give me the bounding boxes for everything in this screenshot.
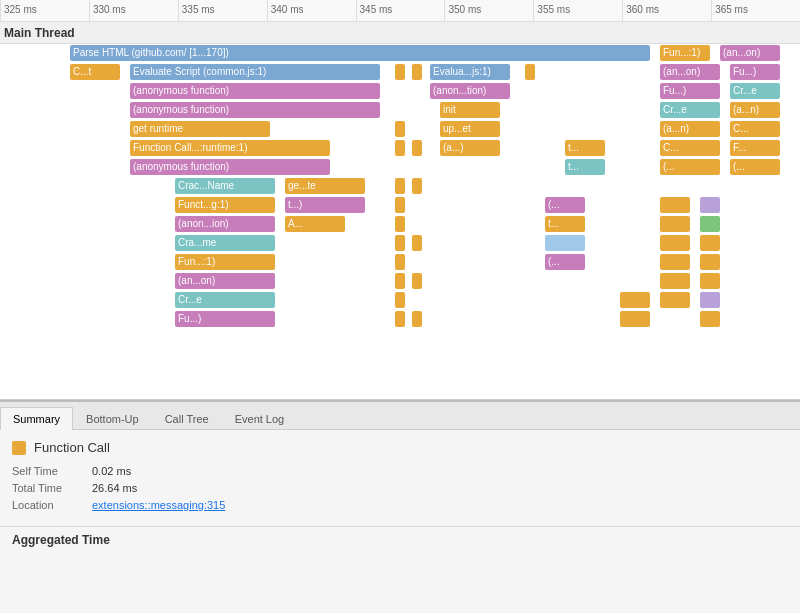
flame-block[interactable] bbox=[700, 273, 720, 289]
flame-block[interactable] bbox=[545, 235, 585, 251]
flame-block[interactable]: Cr...e bbox=[175, 292, 275, 308]
flame-block[interactable]: Fu...) bbox=[175, 311, 275, 327]
flame-block[interactable]: Cr...e bbox=[730, 83, 780, 99]
flame-block[interactable] bbox=[395, 64, 405, 80]
flame-block[interactable]: (... bbox=[660, 159, 720, 175]
flame-row: Cr...e bbox=[0, 291, 800, 309]
flame-block[interactable]: A... bbox=[285, 216, 345, 232]
flame-block[interactable]: (anon...ion) bbox=[175, 216, 275, 232]
location-link[interactable]: extensions::messaging:315 bbox=[92, 499, 225, 511]
flame-block[interactable]: Fu...) bbox=[660, 83, 720, 99]
flame-block[interactable] bbox=[395, 178, 405, 194]
flame-block[interactable] bbox=[700, 311, 720, 327]
flame-block[interactable]: (anonymous function) bbox=[130, 159, 330, 175]
flame-block[interactable] bbox=[660, 197, 690, 213]
flame-block[interactable] bbox=[700, 292, 720, 308]
flame-block[interactable]: Funct...g:1) bbox=[175, 197, 275, 213]
tab-summary[interactable]: Summary bbox=[0, 407, 73, 430]
flame-block[interactable] bbox=[395, 292, 405, 308]
time-tick: 330 ms bbox=[89, 0, 178, 21]
flame-block[interactable]: (anon...tion) bbox=[430, 83, 510, 99]
flame-block[interactable]: t... bbox=[545, 216, 585, 232]
flame-block[interactable]: (anonymous function) bbox=[130, 102, 380, 118]
flame-block[interactable]: (an...on) bbox=[720, 45, 780, 61]
flame-block[interactable] bbox=[660, 273, 690, 289]
flame-block[interactable] bbox=[395, 254, 405, 270]
flame-block[interactable] bbox=[700, 235, 720, 251]
flame-block[interactable] bbox=[395, 235, 405, 251]
flame-block[interactable] bbox=[395, 197, 405, 213]
flame-block[interactable]: up...et bbox=[440, 121, 500, 137]
flame-block[interactable] bbox=[412, 178, 422, 194]
flame-block[interactable] bbox=[395, 121, 405, 137]
flame-chart[interactable]: Parse HTML (github.com/ [1...170])Fun...… bbox=[0, 44, 800, 399]
flame-block[interactable]: Crac...Name bbox=[175, 178, 275, 194]
flame-block[interactable] bbox=[395, 273, 405, 289]
flame-block[interactable] bbox=[412, 140, 422, 156]
flame-block[interactable] bbox=[412, 311, 422, 327]
flame-block[interactable] bbox=[525, 64, 535, 80]
flame-block[interactable]: (a...) bbox=[440, 140, 500, 156]
tab-call-tree[interactable]: Call Tree bbox=[152, 407, 222, 430]
aggregated-time-label: Aggregated Time bbox=[0, 526, 800, 553]
flame-block[interactable]: (a...n) bbox=[730, 102, 780, 118]
flame-block[interactable] bbox=[660, 216, 690, 232]
flame-block[interactable] bbox=[412, 273, 422, 289]
flame-row: Fun...:1)(... bbox=[0, 253, 800, 271]
flame-block[interactable]: Fun...:1) bbox=[660, 45, 710, 61]
tab-bottom-up[interactable]: Bottom-Up bbox=[73, 407, 152, 430]
flame-block[interactable]: ge...te bbox=[285, 178, 365, 194]
time-tick: 340 ms bbox=[267, 0, 356, 21]
flame-block[interactable] bbox=[700, 254, 720, 270]
flame-block[interactable] bbox=[395, 216, 405, 232]
flame-block[interactable]: init bbox=[440, 102, 500, 118]
flame-block[interactable]: t... bbox=[565, 140, 605, 156]
flame-block[interactable]: (... bbox=[545, 254, 585, 270]
tab-event-log[interactable]: Event Log bbox=[222, 407, 298, 430]
flame-block[interactable]: (a...n) bbox=[660, 121, 720, 137]
flame-block[interactable]: Fun...:1) bbox=[175, 254, 275, 270]
timeline-container: 325 ms330 ms335 ms340 ms345 ms350 ms355 … bbox=[0, 0, 800, 400]
flame-block[interactable] bbox=[620, 311, 650, 327]
flame-row: (anonymous function)t...(...(... bbox=[0, 158, 800, 176]
flame-block[interactable]: C...t bbox=[70, 64, 120, 80]
flame-block[interactable] bbox=[395, 311, 405, 327]
summary-title-row: Function Call bbox=[12, 440, 788, 455]
flame-block[interactable] bbox=[660, 235, 690, 251]
flame-block[interactable]: C... bbox=[660, 140, 720, 156]
flame-block[interactable]: get runtime bbox=[130, 121, 270, 137]
flame-block[interactable] bbox=[660, 292, 690, 308]
flame-block[interactable]: Fu...) bbox=[730, 64, 780, 80]
flame-block[interactable]: t...) bbox=[285, 197, 365, 213]
flame-block[interactable]: Evaluate Script (common.js:1) bbox=[130, 64, 380, 80]
flame-block[interactable]: C... bbox=[730, 121, 780, 137]
total-time-label: Total Time bbox=[12, 482, 92, 494]
flame-row: C...tEvaluate Script (common.js:1)Evalua… bbox=[0, 63, 800, 81]
main-thread-label: Main Thread bbox=[0, 22, 800, 44]
flame-block[interactable]: Parse HTML (github.com/ [1...170]) bbox=[70, 45, 650, 61]
flame-row: Crac...Namege...te bbox=[0, 177, 800, 195]
flame-block[interactable] bbox=[700, 197, 720, 213]
flame-block[interactable]: (an...on) bbox=[175, 273, 275, 289]
flame-block[interactable]: F... bbox=[730, 140, 780, 156]
summary-content: Function Call Self Time 0.02 ms Total Ti… bbox=[0, 430, 800, 526]
flame-block[interactable]: Evalua...js:1) bbox=[430, 64, 510, 80]
flame-block[interactable] bbox=[700, 216, 720, 232]
flame-block[interactable] bbox=[412, 64, 422, 80]
flame-row: (anonymous function)(anon...tion)Fu...)C… bbox=[0, 82, 800, 100]
flame-block[interactable]: Cra...me bbox=[175, 235, 275, 251]
flame-block[interactable]: Function Call...:runtime:1) bbox=[130, 140, 330, 156]
flame-block[interactable]: (an...on) bbox=[660, 64, 720, 80]
time-tick: 345 ms bbox=[356, 0, 445, 21]
flame-row: Function Call...:runtime:1)(a...)t...C..… bbox=[0, 139, 800, 157]
flame-block[interactable] bbox=[395, 140, 405, 156]
flame-block[interactable] bbox=[412, 235, 422, 251]
flame-block[interactable]: (... bbox=[730, 159, 780, 175]
flame-block[interactable]: Cr...e bbox=[660, 102, 720, 118]
flame-block[interactable] bbox=[660, 254, 690, 270]
flame-block[interactable]: (anonymous function) bbox=[130, 83, 380, 99]
flame-block[interactable]: t... bbox=[565, 159, 605, 175]
total-time-value: 26.64 ms bbox=[92, 482, 137, 494]
flame-block[interactable] bbox=[620, 292, 650, 308]
flame-block[interactable]: (... bbox=[545, 197, 585, 213]
